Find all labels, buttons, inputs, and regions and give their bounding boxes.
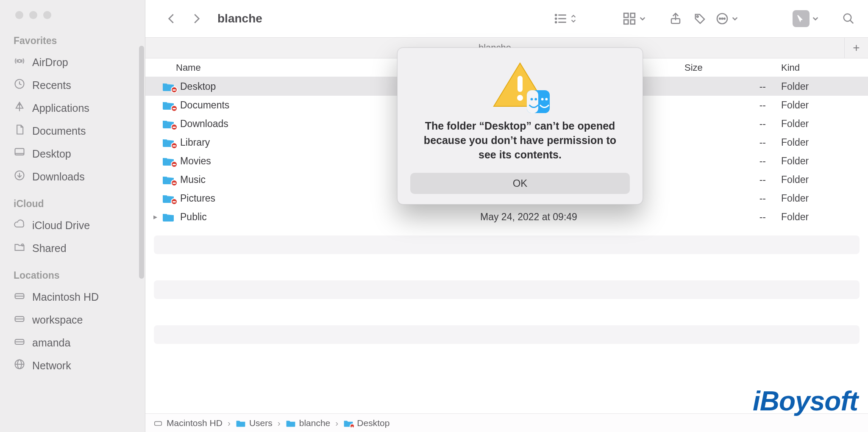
file-kind: Folder xyxy=(779,137,868,148)
back-button[interactable] xyxy=(162,9,181,28)
file-size: -- xyxy=(684,81,779,92)
actions-button[interactable] xyxy=(715,12,738,25)
file-size: -- xyxy=(684,174,779,186)
sidebar-item-amanda[interactable]: amanda xyxy=(0,331,145,354)
column-size[interactable]: Size xyxy=(684,62,779,73)
warning-icon xyxy=(490,61,550,111)
svg-point-43 xyxy=(531,98,533,100)
sidebar-item-label: AirDrop xyxy=(32,56,68,69)
svg-rect-26 xyxy=(631,20,635,24)
sidebar-item-label: Macintosh HD xyxy=(32,291,99,303)
path-label: Desktop xyxy=(357,418,389,428)
sidebar-item-label: Documents xyxy=(32,125,86,137)
svg-point-30 xyxy=(719,18,721,19)
new-tab-button[interactable]: + xyxy=(844,38,868,58)
share-button[interactable] xyxy=(666,9,685,28)
svg-point-42 xyxy=(545,98,548,100)
view-list-button[interactable] xyxy=(554,11,576,26)
path-segment[interactable]: Users xyxy=(236,418,273,428)
sidebar-item-applications[interactable]: Applications xyxy=(0,97,145,119)
sidebar-item-desktop[interactable]: Desktop xyxy=(0,142,145,165)
window-controls xyxy=(0,8,145,33)
file-name: Downloads xyxy=(176,118,228,130)
svg-point-0 xyxy=(18,60,21,63)
sidebar-item-label: Network xyxy=(32,360,71,372)
no-entry-badge-icon xyxy=(171,105,178,112)
column-kind[interactable]: Kind xyxy=(779,62,868,73)
file-name: Documents xyxy=(176,100,229,111)
sidebar-item-documents[interactable]: Documents xyxy=(0,119,145,142)
svg-point-38 xyxy=(517,95,523,101)
sidebar-item-airdrop[interactable]: AirDrop xyxy=(0,51,145,74)
sidebar-section-icloud: iCloud xyxy=(0,196,145,214)
svg-point-31 xyxy=(722,18,723,19)
svg-rect-3 xyxy=(15,149,24,155)
svg-rect-40 xyxy=(527,90,538,113)
network-icon xyxy=(14,358,25,373)
toolbar: blanche xyxy=(145,0,868,37)
svg-point-44 xyxy=(534,98,537,100)
svg-point-28 xyxy=(697,16,698,17)
disk-icon xyxy=(14,313,25,327)
sidebar-item-macintosh-hd[interactable]: Macintosh HD xyxy=(0,285,145,308)
file-kind: Folder xyxy=(779,211,868,223)
sidebar-item-label: Shared xyxy=(32,242,67,255)
table-row[interactable]: ▸PublicMay 24, 2022 at 09:49--Folder xyxy=(145,208,868,226)
file-size: -- xyxy=(684,211,779,223)
group-button[interactable] xyxy=(622,11,646,26)
path-separator-icon: › xyxy=(334,418,339,428)
no-entry-badge-icon xyxy=(171,161,178,168)
sidebar-scrollbar-thumb[interactable] xyxy=(139,46,144,279)
sidebar-item-downloads[interactable]: Downloads xyxy=(0,165,145,188)
preview-button[interactable] xyxy=(793,10,819,27)
sidebar-item-shared[interactable]: Shared xyxy=(0,237,145,260)
close-window-button[interactable] xyxy=(15,11,23,19)
disk-icon xyxy=(14,290,25,304)
zoom-window-button[interactable] xyxy=(43,11,51,19)
no-entry-badge-icon xyxy=(171,198,178,205)
file-kind: Folder xyxy=(779,100,868,111)
svg-rect-25 xyxy=(624,20,628,24)
no-entry-badge-icon xyxy=(171,86,178,93)
svg-point-20 xyxy=(555,14,556,16)
svg-point-21 xyxy=(555,18,556,19)
path-icon xyxy=(343,418,353,428)
file-size: -- xyxy=(684,100,779,111)
path-segment[interactable]: Desktop xyxy=(343,418,389,428)
sidebar-item-recents[interactable]: Recents xyxy=(0,74,145,97)
search-button[interactable] xyxy=(839,9,858,28)
disclosure-triangle-icon[interactable]: ▸ xyxy=(150,212,161,222)
file-kind: Folder xyxy=(779,81,868,92)
sidebar-item-workspace[interactable]: workspace xyxy=(0,308,145,331)
file-date: May 24, 2022 at 09:49 xyxy=(480,211,684,223)
sidebar-item-label: Recents xyxy=(32,79,71,91)
tags-button[interactable] xyxy=(691,9,709,28)
file-size: -- xyxy=(684,137,779,148)
svg-rect-24 xyxy=(631,13,635,17)
path-segment[interactable]: blanche xyxy=(286,418,331,428)
svg-point-32 xyxy=(724,18,725,19)
file-kind: Folder xyxy=(779,174,868,186)
folder-icon xyxy=(161,193,176,203)
folder-icon xyxy=(161,212,176,222)
empty-row xyxy=(154,280,860,299)
svg-rect-35 xyxy=(155,421,162,425)
disk-icon xyxy=(14,335,25,350)
folder-icon xyxy=(161,100,176,110)
svg-line-34 xyxy=(850,20,854,24)
no-entry-badge-icon xyxy=(171,180,178,186)
document-icon xyxy=(14,124,25,138)
path-label: Users xyxy=(249,418,273,428)
path-segment[interactable]: Macintosh HD xyxy=(153,418,223,428)
sidebar-item-icloud-drive[interactable]: iCloud Drive xyxy=(0,214,145,237)
apps-icon xyxy=(14,101,25,115)
file-name: Pictures xyxy=(176,193,215,204)
minimize-window-button[interactable] xyxy=(29,11,37,19)
sidebar-section-favorites: Favorites xyxy=(0,33,145,51)
sidebar-item-network[interactable]: Network xyxy=(0,354,145,377)
file-size: -- xyxy=(684,155,779,167)
permission-dialog: The folder “Desktop” can’t be opened bec… xyxy=(397,47,643,205)
path-icon xyxy=(286,418,296,428)
dialog-ok-button[interactable]: OK xyxy=(410,173,630,194)
forward-button[interactable] xyxy=(187,9,206,28)
